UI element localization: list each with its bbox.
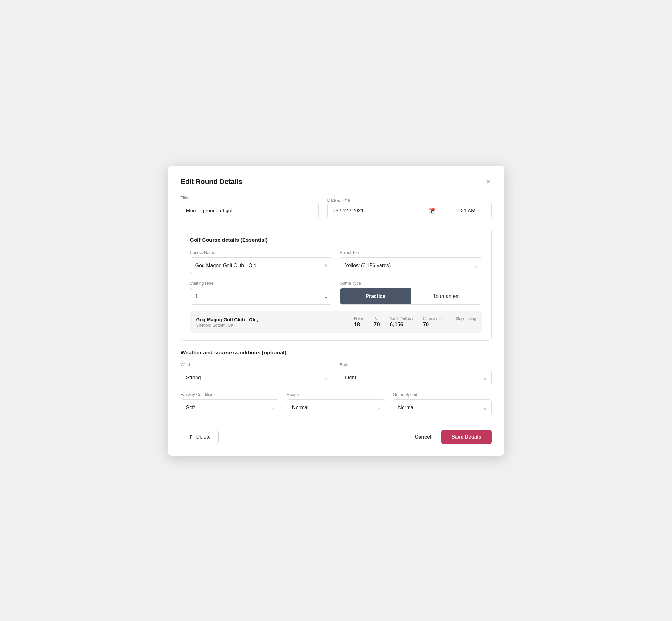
select-tee-group: Select Tee Yellow (6,156 yards) White Re… — [340, 250, 482, 274]
wind-dropdown[interactable]: Calm Light Moderate Strong Very Strong — [181, 370, 333, 386]
green-speed-wrap: Slow Normal Fast Very Fast ⌄ — [393, 400, 491, 416]
rain-group: Rain None Light Moderate Heavy ⌄ — [340, 362, 492, 386]
hole-gametype-row: Starting Hole 1 2 3 10 ⌄ Game Type Pract… — [190, 281, 482, 304]
save-button[interactable]: Save Details — [442, 430, 491, 444]
select-tee-dropdown[interactable]: Yellow (6,156 yards) White Red — [340, 257, 482, 274]
course-name-group: Course Name ⚲ × — [190, 250, 333, 274]
date-input-wrap[interactable]: 05 / 12 / 2021 📅 — [328, 203, 441, 219]
course-name-input[interactable] — [190, 257, 333, 274]
game-type-toggle: Practice Tournament — [340, 288, 482, 304]
golf-section-title: Golf Course details (Essential) — [190, 237, 482, 243]
rough-dropdown[interactable]: Short Normal Long — [287, 400, 385, 416]
title-label: Title — [181, 195, 319, 200]
rain-wrap: None Light Moderate Heavy ⌄ — [340, 370, 492, 386]
holes-stat: Holes 18 — [354, 317, 364, 328]
course-tee-row: Course Name ⚲ × Select Tee Yellow (6,156… — [190, 250, 482, 274]
select-tee-label: Select Tee — [340, 250, 482, 255]
trash-icon: 🗑 — [189, 434, 194, 440]
footer-right: Cancel Save Details — [412, 430, 492, 444]
title-input[interactable] — [181, 203, 319, 219]
starting-hole-dropdown[interactable]: 1 2 3 10 — [190, 288, 333, 304]
datetime-inner: 05 / 12 / 2021 📅 7:31 AM — [328, 203, 492, 219]
yards-stat: Yards(Yellow) 6,156 — [390, 317, 413, 328]
wind-rain-row: Wind Calm Light Moderate Strong Very Str… — [181, 362, 492, 386]
starting-hole-label: Starting Hole — [190, 281, 333, 286]
top-row: Title Date & Time 05 / 12 / 2021 📅 7:31 … — [181, 195, 492, 219]
footer-row: 🗑 Delete Cancel Save Details — [181, 425, 492, 444]
golf-course-section: Golf Course details (Essential) Course N… — [181, 228, 492, 341]
starting-hole-group: Starting Hole 1 2 3 10 ⌄ — [190, 281, 333, 304]
wind-wrap: Calm Light Moderate Strong Very Strong ⌄ — [181, 370, 333, 386]
yards-label: Yards(Yellow) — [390, 317, 413, 321]
wind-group: Wind Calm Light Moderate Strong Very Str… — [181, 362, 333, 386]
course-location: Shelford Bottom, UK — [196, 323, 354, 328]
fairway-group: Fairway Conditions Soft Normal Firm Hard… — [181, 392, 279, 416]
search-icon: ⚲ — [194, 262, 198, 268]
select-tee-wrap: Yellow (6,156 yards) White Red ⌄ — [340, 257, 482, 274]
tournament-button[interactable]: Tournament — [411, 288, 482, 304]
course-info-bar: Gog Magog Golf Club - Old, Shelford Bott… — [190, 312, 482, 333]
course-rating-label: Course rating — [423, 317, 446, 321]
weather-section: Weather and course conditions (optional)… — [181, 349, 492, 416]
course-rating-value: 70 — [423, 322, 429, 328]
par-label: Par — [374, 317, 380, 321]
course-info-name: Gog Magog Golf Club - Old, Shelford Bott… — [196, 317, 354, 328]
calendar-icon: 📅 — [429, 207, 436, 214]
fairway-label: Fairway Conditions — [181, 392, 279, 397]
course-rating-stat: Course rating 70 — [423, 317, 446, 328]
course-name-bold: Gog Magog Golf Club - Old, — [196, 317, 354, 322]
par-value: 70 — [374, 322, 380, 328]
rain-dropdown[interactable]: None Light Moderate Heavy — [340, 370, 492, 386]
time-text: 7:31 AM — [446, 208, 486, 214]
green-speed-group: Green Speed Slow Normal Fast Very Fast ⌄ — [393, 392, 491, 416]
datetime-label: Date & Time — [328, 198, 492, 203]
course-name-label: Course Name — [190, 250, 333, 255]
title-field-group: Title — [181, 195, 319, 219]
time-input-wrap[interactable]: 7:31 AM — [441, 203, 492, 219]
close-button[interactable]: × — [485, 177, 492, 187]
rain-label: Rain — [340, 362, 492, 367]
starting-hole-wrap: 1 2 3 10 ⌄ — [190, 288, 333, 304]
datetime-field-group: Date & Time 05 / 12 / 2021 📅 7:31 AM — [328, 198, 492, 219]
course-stats: Holes 18 Par 70 Yards(Yellow) 6,156 Cour… — [354, 317, 476, 328]
date-text: 05 / 12 / 2021 — [333, 208, 364, 214]
modal-header: Edit Round Details × — [181, 177, 492, 187]
rough-group: Rough Short Normal Long ⌄ — [287, 392, 385, 416]
slope-rating-label: Slope rating — [456, 317, 476, 321]
par-stat: Par 70 — [374, 317, 380, 328]
cancel-button[interactable]: Cancel — [412, 430, 434, 444]
rough-label: Rough — [287, 392, 385, 397]
slope-rating-value: - — [456, 322, 458, 328]
yards-value: 6,156 — [390, 322, 404, 328]
modal-title: Edit Round Details — [181, 178, 243, 186]
weather-title: Weather and course conditions (optional) — [181, 349, 492, 356]
holes-value: 18 — [354, 322, 360, 328]
rough-wrap: Short Normal Long ⌄ — [287, 400, 385, 416]
delete-button[interactable]: 🗑 Delete — [181, 430, 219, 444]
game-type-group: Game Type Practice Tournament — [340, 281, 482, 304]
delete-label: Delete — [196, 434, 211, 440]
course-clear-button[interactable]: × — [325, 263, 328, 268]
fairway-wrap: Soft Normal Firm Hard ⌄ — [181, 400, 279, 416]
practice-button[interactable]: Practice — [340, 288, 411, 304]
slope-rating-stat: Slope rating - — [456, 317, 476, 328]
fairway-rough-green-row: Fairway Conditions Soft Normal Firm Hard… — [181, 392, 492, 416]
green-speed-dropdown[interactable]: Slow Normal Fast Very Fast — [393, 400, 491, 416]
game-type-label: Game Type — [340, 281, 482, 286]
edit-round-modal: Edit Round Details × Title Date & Time 0… — [168, 166, 504, 456]
wind-label: Wind — [181, 362, 333, 367]
fairway-dropdown[interactable]: Soft Normal Firm Hard — [181, 400, 279, 416]
holes-label: Holes — [354, 317, 364, 321]
green-speed-label: Green Speed — [393, 392, 491, 397]
course-search-wrap: ⚲ × — [190, 257, 333, 274]
